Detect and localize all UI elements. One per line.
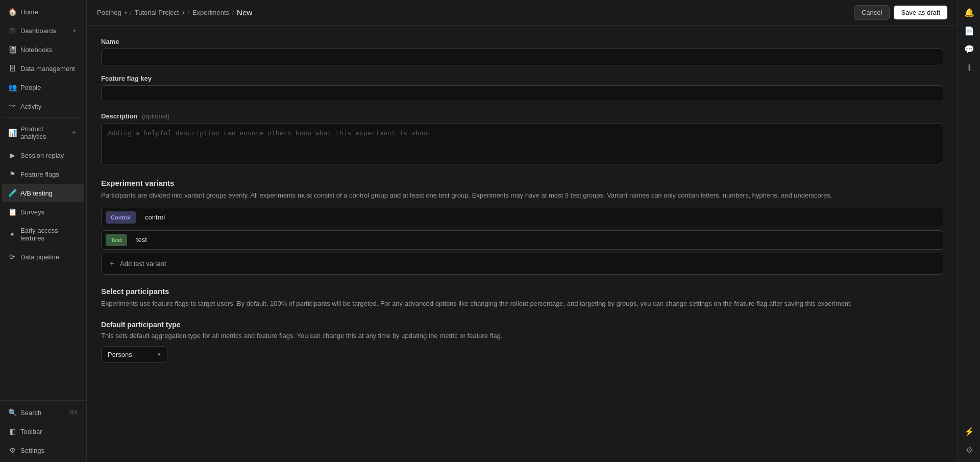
- participant-type-section: Default participant type This sets defau…: [101, 321, 943, 363]
- sidebar-item-session-replay[interactable]: ▶ Session replay: [2, 146, 84, 164]
- chevron-down-icon: ▾: [182, 10, 185, 15]
- description-label-row: Description (optional): [101, 111, 943, 120]
- control-badge: Control: [106, 211, 136, 224]
- sidebar-item-product-analytics[interactable]: 📊 Product analytics ＋: [2, 120, 84, 145]
- sidebar-item-toolbar[interactable]: ◧ Toolbar: [2, 422, 84, 441]
- sidebar-item-home[interactable]: 🏠 Home: [2, 3, 84, 21]
- feature-flag-key-input[interactable]: [101, 85, 943, 102]
- sidebar-item-label: A/B testing: [20, 189, 78, 197]
- select-participants-title: Select participants: [101, 287, 943, 296]
- name-input[interactable]: [101, 48, 943, 65]
- sidebar-item-label: Early access features: [20, 227, 78, 242]
- breadcrumb-separator: /: [130, 10, 132, 16]
- sidebar-item-label: Product analytics: [20, 125, 70, 140]
- quick-start-icon[interactable]: ⚡: [961, 423, 977, 440]
- sidebar-divider: [4, 117, 82, 118]
- early-access-icon: ✦: [8, 230, 16, 238]
- sidebar-item-label: Dashboards: [20, 27, 66, 35]
- sidebar-item-dashboards[interactable]: ▦ Dashboards ▾: [2, 21, 84, 40]
- name-label: Name: [101, 38, 943, 45]
- variant-row-test: Test: [101, 230, 943, 250]
- sidebar-item-label: Feature flags: [20, 171, 78, 178]
- home-icon: 🏠: [8, 8, 16, 16]
- sidebar-item-label: Surveys: [20, 208, 78, 216]
- sidebar-item-label: Search: [20, 409, 65, 417]
- sidebar-item-people[interactable]: 👥 People: [2, 78, 84, 96]
- data-pipeline-icon: ⟳: [8, 253, 16, 261]
- participant-type-title: Default participant type: [101, 321, 943, 329]
- sidebar-item-data-pipeline[interactable]: ⟳ Data pipeline: [2, 248, 84, 266]
- sidebar-bottom: 🔍 Search ⌘K ◧ Toolbar ⚙ Settings: [0, 400, 86, 462]
- plus-icon: ＋: [108, 258, 116, 269]
- cancel-button[interactable]: Cancel: [854, 5, 890, 20]
- product-analytics-icon: 📊: [8, 129, 16, 137]
- sidebar-item-early-access[interactable]: ✦ Early access features: [2, 222, 84, 247]
- sidebar-item-notebooks[interactable]: 📓 Notebooks: [2, 40, 84, 59]
- variants-desc: Participants are divided into variant gr…: [101, 190, 943, 201]
- breadcrumb-separator-2: /: [188, 10, 189, 16]
- page-content: Name Feature flag key Description (optio…: [87, 26, 958, 462]
- participant-type-value: Persons: [108, 351, 132, 358]
- right-settings-icon[interactable]: ⚙: [961, 442, 977, 458]
- save-as-draft-button[interactable]: Save as draft: [894, 6, 947, 19]
- breadcrumb-posthog[interactable]: Posthog ▾: [97, 9, 127, 16]
- support-icon[interactable]: 💬: [961, 41, 977, 57]
- experiment-variants-section: Experiment variants Participants are div…: [101, 179, 943, 275]
- sidebar-item-label: Home: [20, 8, 78, 16]
- breadcrumb-posthog-label: Posthog: [97, 9, 121, 16]
- docs-icon[interactable]: 📄: [961, 22, 977, 39]
- ab-testing-icon: 🧪: [8, 189, 16, 197]
- participant-type-dropdown[interactable]: Persons ▾: [101, 346, 167, 363]
- search-icon: 🔍: [8, 408, 16, 417]
- description-textarea[interactable]: [101, 124, 943, 164]
- sidebar-item-data-management[interactable]: 🗄 Data management: [2, 59, 84, 78]
- variants-title: Experiment variants: [101, 179, 943, 187]
- sidebar-item-label: Data management: [20, 65, 78, 72]
- sidebar-item-settings[interactable]: ⚙ Settings: [2, 441, 84, 459]
- chevron-down-icon: ▾: [158, 351, 161, 358]
- description-label: Description: [101, 112, 138, 120]
- participant-type-desc: This sets default aggregation type for a…: [101, 331, 943, 341]
- breadcrumb-tutorial-project[interactable]: Tutorial Project ▾: [135, 9, 185, 16]
- notebooks-icon: 📓: [8, 45, 16, 54]
- sidebar-item-surveys[interactable]: 📋 Surveys: [2, 203, 84, 221]
- sidebar-item-label: Notebooks: [20, 46, 78, 54]
- test-badge: Test: [106, 234, 127, 246]
- notifications-icon[interactable]: 🔔: [961, 4, 977, 20]
- sidebar-item-activity[interactable]: 〰 Activity: [2, 97, 84, 115]
- header: Posthog ▾ / Tutorial Project ▾ / Experim…: [87, 0, 958, 26]
- breadcrumb: Posthog ▾ / Tutorial Project ▾ / Experim…: [97, 8, 252, 17]
- sidebar-item-label: Toolbar: [20, 428, 78, 435]
- product-analytics-left: 📊 Product analytics: [8, 125, 70, 140]
- data-management-icon: 🗄: [8, 64, 16, 72]
- toolbar-icon: ◧: [8, 427, 16, 435]
- sidebar-item-label: Session replay: [20, 152, 78, 159]
- sidebar-item-ab-testing[interactable]: 🧪 A/B testing: [2, 184, 84, 202]
- sidebar-item-label: Settings: [20, 447, 78, 454]
- sidebar-item-label: Activity: [20, 103, 78, 110]
- variant-row-control: Control: [101, 208, 943, 227]
- description-optional: (optional): [142, 112, 169, 120]
- add-variant-label: Add test variant: [120, 260, 166, 268]
- sidebar-item-search[interactable]: 🔍 Search ⌘K: [2, 403, 84, 422]
- sidebar-top-group: 🏠 Home ▦ Dashboards ▾ 📓 Notebooks 🗄 Data…: [0, 0, 86, 400]
- session-replay-icon: ▶: [8, 151, 16, 159]
- info-icon[interactable]: ℹ: [961, 59, 977, 76]
- select-participants-desc: Experiments use feature flags to target …: [101, 299, 943, 309]
- breadcrumb-separator-3: /: [232, 10, 234, 16]
- chevron-down-icon: ▾: [70, 27, 78, 35]
- control-variant-input[interactable]: [140, 208, 943, 226]
- select-participants-section: Select participants Experiments use feat…: [101, 287, 943, 309]
- activity-icon: 〰: [8, 102, 16, 110]
- test-variant-input[interactable]: [131, 231, 943, 249]
- sidebar-item-feature-flags[interactable]: ⚑ Feature flags: [2, 165, 84, 183]
- dashboards-icon: ▦: [8, 27, 16, 35]
- feature-flag-key-label: Feature flag key: [101, 75, 943, 82]
- add-test-variant-button[interactable]: ＋ Add test variant: [101, 253, 943, 275]
- surveys-icon: 📋: [8, 208, 16, 216]
- header-actions: Cancel Save as draft: [854, 5, 947, 20]
- feature-flags-icon: ⚑: [8, 170, 16, 178]
- sidebar-item-label: People: [20, 84, 78, 91]
- page-title: New: [237, 8, 252, 17]
- breadcrumb-experiments[interactable]: Experiments: [192, 9, 229, 16]
